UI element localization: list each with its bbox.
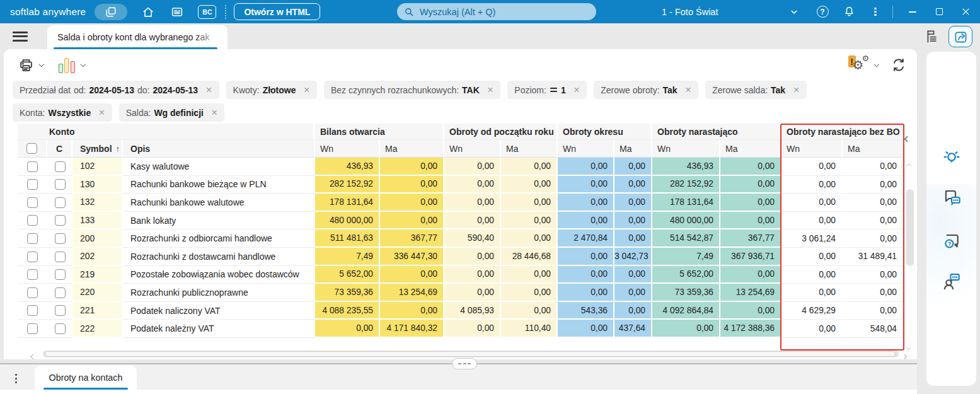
row-checkbox-c[interactable] bbox=[55, 233, 66, 244]
select-all-checkbox[interactable] bbox=[26, 143, 37, 154]
filter-chip[interactable]: Poziom:1✕ bbox=[507, 81, 587, 99]
refresh-button[interactable] bbox=[891, 57, 907, 73]
column-header-symbol[interactable]: Symbol↑ bbox=[72, 140, 123, 158]
minimize-button[interactable] bbox=[906, 5, 919, 19]
horizontal-scrollbar[interactable] bbox=[45, 351, 896, 357]
amount-cell: 0,00 bbox=[380, 266, 444, 284]
table-row[interactable]: 222Podatek należny VAT0,004 171 840,320,… bbox=[18, 320, 904, 338]
print-button[interactable] bbox=[18, 57, 43, 74]
row-checkbox[interactable] bbox=[27, 323, 38, 334]
row-checkbox-c[interactable] bbox=[55, 179, 66, 190]
column-header-ma[interactable]: Ma bbox=[720, 140, 781, 158]
collapse-right-panel-button[interactable] bbox=[905, 134, 909, 143]
column-header-ma[interactable]: Ma bbox=[614, 140, 652, 158]
column-header-c[interactable]: C bbox=[47, 140, 72, 158]
scroll-left-button[interactable] bbox=[32, 351, 35, 360]
scroll-up-button[interactable] bbox=[907, 160, 911, 170]
row-checkbox-c[interactable] bbox=[55, 197, 66, 208]
bottom-tabs-menu-button[interactable] bbox=[15, 372, 17, 385]
table-row[interactable]: 221Podatek naliczony VAT4 088 235,550,00… bbox=[18, 302, 904, 320]
news-button[interactable] bbox=[169, 4, 185, 20]
table-row[interactable]: 130Rachunki bankowe bieżące w PLN282 152… bbox=[18, 176, 904, 194]
vertical-scrollbar[interactable] bbox=[906, 189, 914, 266]
company-selector[interactable]: 1 - Foto Świat bbox=[662, 7, 799, 17]
modules-button[interactable] bbox=[95, 4, 127, 20]
filter-chip[interactable]: Zerowe salda:Tak✕ bbox=[705, 81, 807, 99]
faq-button[interactable]: ? bbox=[942, 231, 962, 252]
row-checkbox[interactable] bbox=[27, 287, 38, 298]
table-row[interactable]: 132Rachunki bankowe walutowe178 131,640,… bbox=[18, 194, 904, 212]
chip-close-icon[interactable]: ✕ bbox=[574, 85, 580, 95]
document-tab[interactable]: Salda i obroty kont dla wybranego zak bbox=[47, 25, 228, 49]
splitter-handle[interactable] bbox=[452, 358, 477, 369]
bottom-tab-obroty[interactable]: Obroty na kontach bbox=[35, 366, 137, 390]
chip-close-icon[interactable]: ✕ bbox=[304, 85, 310, 95]
ideas-button[interactable] bbox=[942, 148, 962, 168]
column-header-ma[interactable]: Ma bbox=[501, 140, 558, 158]
notifications-button[interactable] bbox=[842, 5, 856, 19]
community-button[interactable] bbox=[942, 271, 962, 291]
column-header-wn[interactable]: Wn bbox=[444, 140, 501, 158]
row-checkbox[interactable] bbox=[27, 305, 38, 316]
chip-close-icon[interactable]: ✕ bbox=[205, 85, 212, 95]
maximize-button[interactable] bbox=[932, 5, 946, 19]
chip-close-icon[interactable]: ✕ bbox=[211, 108, 217, 117]
row-checkbox-c[interactable] bbox=[55, 215, 66, 226]
row-checkbox[interactable] bbox=[27, 197, 38, 208]
row-checkbox-c[interactable] bbox=[55, 305, 66, 316]
row-checkbox[interactable] bbox=[27, 161, 38, 172]
row-checkbox[interactable] bbox=[27, 215, 38, 226]
filter-chip[interactable]: Kwoty:Złotowe✕ bbox=[226, 81, 317, 99]
menu-button[interactable] bbox=[13, 32, 28, 43]
filter-chip[interactable]: Zerowe obroty:Tak✕ bbox=[594, 81, 698, 99]
close-button[interactable] bbox=[959, 5, 972, 19]
row-checkbox[interactable] bbox=[27, 269, 38, 280]
chat-button[interactable] bbox=[942, 187, 962, 207]
column-header-wn[interactable]: Wn bbox=[315, 140, 380, 158]
table-row[interactable]: 220Rozrachunki publicznoprawne73 359,361… bbox=[18, 284, 904, 302]
row-c-cell bbox=[47, 194, 72, 212]
hierarchy-view-button[interactable] bbox=[924, 28, 942, 46]
amount-cell: 31 489,41 bbox=[843, 248, 904, 266]
column-header-ma[interactable]: Ma bbox=[843, 140, 904, 158]
chevron-down-icon bbox=[81, 62, 86, 67]
chip-close-icon[interactable]: ✕ bbox=[685, 85, 691, 95]
chip-close-icon[interactable]: ✕ bbox=[793, 85, 799, 95]
help-button[interactable]: ? bbox=[816, 5, 829, 19]
chip-close-icon[interactable]: ✕ bbox=[487, 85, 493, 95]
row-checkbox-c[interactable] bbox=[55, 269, 66, 280]
column-header-opis[interactable]: Opis bbox=[123, 140, 315, 158]
settings-alert-button[interactable]: !⚙⚙ bbox=[848, 55, 879, 74]
filter-chip[interactable]: Salda:Wg definicji✕ bbox=[119, 103, 225, 122]
column-header-wn[interactable]: Wn bbox=[652, 140, 720, 158]
table-row[interactable]: 133Bank lokaty480 000,000,000,000,000,00… bbox=[18, 212, 904, 230]
filter-chip[interactable]: Bez czynnych rozrachunkowych:TAK✕ bbox=[324, 81, 500, 99]
table-row[interactable]: 202Rozrachunki z dostawcami handlowe7,49… bbox=[18, 248, 904, 266]
filter-chip[interactable]: Przedział datod:2024-05-13do:2024-05-13✕ bbox=[13, 81, 219, 99]
scroll-right-button[interactable] bbox=[902, 351, 906, 360]
column-header-ma[interactable]: Ma bbox=[380, 140, 444, 158]
column-header-wn[interactable]: Wn bbox=[558, 140, 614, 158]
row-checkbox-c[interactable] bbox=[55, 161, 66, 172]
chart-button[interactable] bbox=[59, 57, 85, 73]
open-in-html-button[interactable]: Otwórz w HTML bbox=[234, 3, 320, 20]
row-checkbox-c[interactable] bbox=[55, 252, 66, 262]
table-row[interactable]: 102Kasy walutowe436,930,000,000,000,000,… bbox=[18, 158, 904, 176]
column-header-wn[interactable]: Wn bbox=[781, 140, 843, 158]
row-checkbox-c[interactable] bbox=[55, 287, 66, 298]
table-row[interactable]: 219Pozostałe zobowiązania wobec dostawcó… bbox=[18, 266, 904, 284]
row-checkbox[interactable] bbox=[27, 179, 38, 190]
scroll-down-button[interactable] bbox=[907, 341, 911, 351]
home-button[interactable] bbox=[140, 4, 156, 20]
row-checkbox[interactable] bbox=[27, 233, 38, 244]
row-checkbox[interactable] bbox=[27, 252, 38, 262]
share-panel-button[interactable] bbox=[948, 26, 972, 47]
horizontal-scrollbar-track[interactable] bbox=[43, 351, 899, 357]
row-checkbox-c[interactable] bbox=[55, 323, 66, 334]
filter-chip[interactable]: Konta:Wszystkie✕ bbox=[13, 103, 112, 122]
chip-close-icon[interactable]: ✕ bbox=[98, 108, 105, 117]
search-input[interactable]: Wyszukaj (Alt + Q) bbox=[397, 3, 596, 20]
more-options-button[interactable] bbox=[868, 5, 882, 19]
table-row[interactable]: 200Rozrachunki z odbiorcami handlowe511 … bbox=[18, 229, 904, 248]
bc-module-button[interactable]: BC bbox=[198, 5, 216, 19]
